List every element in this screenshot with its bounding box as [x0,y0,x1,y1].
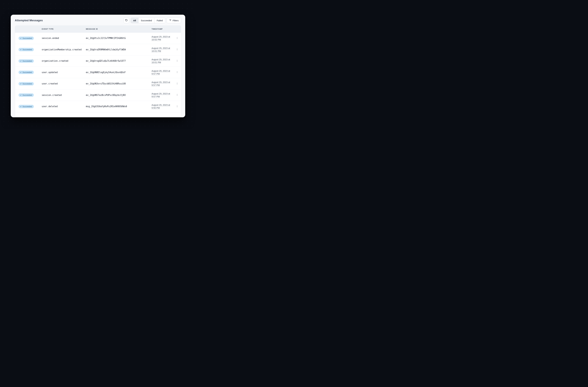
kebab-icon [176,94,178,97]
card-header: Attempted Messages All Succeeded Failed [11,15,185,26]
row-kebab-menu[interactable] [175,93,179,97]
table-row[interactable]: Succeededuser.deletedmsg_2UgU3S6aYpRoPu1… [15,101,181,112]
cell-message-id: ev_2UgUtsJcJ2l5vTPMNtIPIhGR6tG [84,33,150,44]
check-icon [20,49,21,50]
cell-status: Succeeded [15,67,40,78]
svg-point-17 [177,84,177,84]
svg-point-12 [177,71,177,72]
check-icon [20,94,21,96]
cell-menu [173,89,181,101]
filters-label: Filters [173,19,179,22]
col-event-type-header: EVENT TYPE [40,26,84,33]
cell-event-type: user.deleted [40,101,84,112]
status-badge: Succeeded [19,93,34,97]
status-badge: Succeeded [19,37,34,40]
messages-card: Attempted Messages All Succeeded Failed [11,15,185,117]
cell-status: Succeeded [15,89,40,101]
messages-table: EVENT TYPE MESSAGE ID TIMESTAMP Succeede… [15,26,181,112]
tab-failed[interactable]: Failed [154,18,165,23]
filter-icon [169,19,171,22]
table-row[interactable]: Succeededuser.updatedev_2UgUN8ElogEyky54… [15,67,181,78]
refresh-icon [125,19,127,22]
table-row[interactable]: Succeededorganization.createdev_2UgUrogG… [15,55,181,67]
cell-timestamp: August 29, 2023 at 10:01 PM [150,44,173,55]
row-kebab-menu[interactable] [175,36,179,40]
check-icon [20,83,21,85]
cell-timestamp: August 29, 2023 at 10:01 PM [150,55,173,67]
tab-succeeded[interactable]: Succeeded [138,18,154,23]
cell-message-id: ev_2UgUN57azBcvPUPxcODqzbcXjBX [84,89,150,101]
cell-menu [173,44,181,55]
status-badge-label: Succeeded [22,105,32,108]
svg-point-20 [177,96,177,96]
row-kebab-menu[interactable] [175,104,179,109]
svg-point-9 [177,60,177,60]
table-row[interactable]: SucceededorganizationMembership.createde… [15,44,181,55]
svg-point-5 [177,39,177,39]
svg-point-15 [177,83,177,83]
svg-point-16 [177,83,177,84]
col-timestamp-header: TIMESTAMP [150,26,173,33]
svg-point-14 [177,73,177,73]
cell-event-type: session.created [40,89,84,101]
timestamp-value[interactable]: August 29, 2023 at 10:02 PM [151,35,170,41]
col-menu-header [173,26,181,33]
check-icon [20,60,21,62]
kebab-icon [176,37,178,40]
svg-point-21 [177,105,177,106]
cell-event-type: session.ended [40,33,84,44]
kebab-icon [176,82,178,85]
kebab-icon [176,60,178,62]
check-icon [20,38,21,39]
cell-timestamp: August 29, 2023 at 9:57 PM [150,89,173,101]
cell-event-type: organization.created [40,55,84,67]
cell-timestamp: August 29, 2023 at 10:02 PM [150,33,173,44]
table-header-row: EVENT TYPE MESSAGE ID TIMESTAMP [15,26,181,33]
timestamp-value[interactable]: August 29, 2023 at 10:01 PM [151,47,170,52]
row-kebab-menu[interactable] [175,70,179,75]
svg-point-7 [177,49,177,49]
cell-menu [173,101,181,112]
svg-point-23 [177,107,177,107]
status-badge: Succeeded [19,71,34,74]
table-row[interactable]: Succeededsession.endedev_2UgUtsJcJ2l5vTP… [15,33,181,44]
cell-timestamp: August 29, 2023 at 9:57 PM [150,78,173,90]
status-badge-label: Succeeded [22,60,32,62]
svg-point-13 [177,72,177,72]
cell-status: Succeeded [15,44,40,55]
svg-point-6 [177,48,177,49]
timestamp-value[interactable]: August 29, 2023 at 10:01 PM [151,58,170,64]
refresh-button[interactable] [124,18,129,23]
svg-point-19 [177,95,177,95]
page-title: Attempted Messages [15,19,43,22]
check-icon [20,72,21,73]
cell-event-type: organizationMembership.created [40,44,84,55]
kebab-icon [176,48,178,51]
row-kebab-menu[interactable] [175,82,179,86]
status-badge-label: Succeeded [22,83,32,85]
svg-point-4 [177,38,177,38]
messages-table-wrap: EVENT TYPE MESSAGE ID TIMESTAMP Succeede… [15,26,181,117]
table-row[interactable]: Succeededuser.createdev_2UgUN3oruTDycbB1… [15,78,181,90]
timestamp-value[interactable]: August 29, 2023 at 9:57 PM [151,81,170,86]
cell-message-id: ev_2UgUN3oruTDycbB1CHiH8RsuiU8 [84,78,150,90]
cell-status: Succeeded [15,55,40,67]
kebab-icon [176,105,178,108]
col-status-header [15,26,40,33]
toolbar: All Succeeded Failed Filters [124,18,181,23]
status-badge-label: Succeeded [22,94,32,96]
row-kebab-menu[interactable] [175,48,179,52]
check-icon [20,106,21,107]
cell-event-type: user.updated [40,67,84,78]
timestamp-value[interactable]: August 29, 2023 at 9:57 PM [151,92,170,98]
status-filter-tabs: All Succeeded Failed [131,18,165,23]
table-row[interactable]: Succeededsession.createdev_2UgUN57azBcvP… [15,89,181,101]
timestamp-value[interactable]: August 29, 2023 at 9:55 PM [151,104,170,109]
timestamp-value[interactable]: August 29, 2023 at 9:57 PM [151,70,170,75]
row-kebab-menu[interactable] [175,59,179,63]
filters-button[interactable]: Filters [167,18,181,23]
status-badge: Succeeded [19,48,34,51]
cell-message-id: msg_2UgU3S6aYpRoPu1RSxHH9OSKWs0 [84,101,150,112]
status-badge: Succeeded [19,105,34,108]
tab-all[interactable]: All [131,18,138,23]
